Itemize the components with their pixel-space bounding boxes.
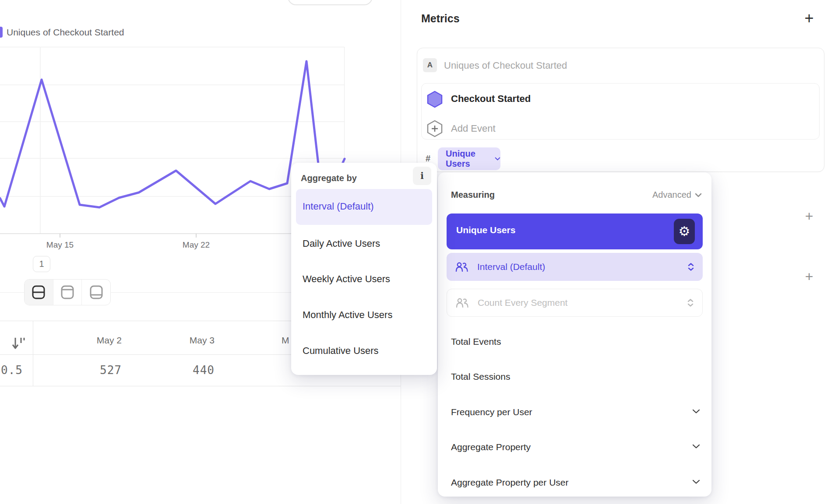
aggregate-option-daily-active-users[interactable]: Daily Active Users <box>303 237 380 250</box>
chevron-down-icon[interactable] <box>692 444 700 449</box>
page-number-badge[interactable]: 1 <box>33 256 50 272</box>
users-icon <box>456 298 469 308</box>
aggregate-option-interval[interactable]: Interval (Default) <box>296 189 432 225</box>
interval-selector-label: Interval (Default) <box>477 262 679 272</box>
measurement-chip[interactable]: Unique Users <box>438 147 500 170</box>
users-icon <box>455 262 468 272</box>
split-rows-icon <box>31 285 46 300</box>
bottom-bar-icon <box>89 285 104 300</box>
segment-count-selector[interactable]: Count Every Segment <box>447 289 703 317</box>
aggregate-by-popup: Aggregate by i Interval (Default) Daily … <box>291 163 437 375</box>
aggregate-option-weekly-active-users[interactable]: Weekly Active Users <box>303 273 390 286</box>
table-header-may3[interactable]: May 3 <box>144 335 215 346</box>
interval-selector[interactable]: Interval (Default) <box>447 253 703 281</box>
layout-split-rows-button[interactable] <box>25 280 53 305</box>
legend-label: Uniques of Checkout Started <box>7 27 124 38</box>
table-cell-may2: 527 <box>52 364 122 377</box>
aggregate-option-monthly-active-users[interactable]: Monthly Active Users <box>303 308 392 322</box>
measure-option-frequency-per-user[interactable]: Frequency per User <box>451 406 532 419</box>
measuring-popup: Measuring Advanced Unique Users ⚙ Interv… <box>438 172 711 497</box>
layout-segmented-control <box>24 279 111 305</box>
aggregate-option-label: Interval (Default) <box>303 201 374 212</box>
measure-option-label: Unique Users <box>456 225 515 235</box>
metric-row-badge: A <box>423 58 437 72</box>
measure-option-aggregate-property-per-user[interactable]: Aggregate Property per User <box>451 476 568 489</box>
unfold-icon <box>687 299 694 307</box>
measure-option-total-events[interactable]: Total Events <box>451 335 501 348</box>
gear-icon: ⚙ <box>679 225 690 238</box>
measure-option-unique-users[interactable]: Unique Users ⚙ <box>447 214 703 249</box>
info-button[interactable]: i <box>413 167 431 185</box>
add-event-button[interactable]: Add Event <box>451 123 496 134</box>
aggregate-popup-title: Aggregate by <box>301 173 357 183</box>
x-axis-label-may22: May 22 <box>176 240 216 250</box>
add-breakdown-button[interactable]: + <box>800 268 818 285</box>
layout-top-bar-button[interactable] <box>53 280 82 305</box>
measurement-chip-label: Unique Users <box>446 149 491 169</box>
toolbar-pill-button[interactable] <box>288 0 373 5</box>
info-icon: i <box>420 171 424 181</box>
x-axis-label-may15: May 15 <box>40 240 80 250</box>
advanced-mode-toggle[interactable]: Advanced <box>652 190 702 200</box>
table-cell-may3: 440 <box>144 364 215 377</box>
chevron-down-icon <box>495 157 500 161</box>
table-row-label: 0.5 <box>1 364 27 377</box>
add-event-hexagon-icon <box>427 120 443 137</box>
chevron-down-icon[interactable] <box>692 480 700 484</box>
unfold-icon <box>688 263 694 271</box>
chevron-down-icon[interactable] <box>692 409 700 414</box>
sort-descending-icon[interactable] <box>11 336 26 351</box>
aggregate-option-cumulative-users[interactable]: Cumulative Users <box>303 344 379 357</box>
metrics-panel-title: Metrics <box>421 12 460 25</box>
number-type-symbol: # <box>426 154 430 164</box>
event-hexagon-icon <box>427 91 443 108</box>
measuring-popup-title: Measuring <box>451 190 495 200</box>
metric-series-name[interactable]: Uniques of Checkout Started <box>444 60 567 71</box>
segment-count-label: Count Every Segment <box>478 298 679 308</box>
top-bar-icon <box>60 285 75 300</box>
measure-settings-button[interactable]: ⚙ <box>674 219 695 244</box>
measure-option-aggregate-property[interactable]: Aggregate Property <box>451 441 531 454</box>
layout-bottom-bar-button[interactable] <box>82 280 110 305</box>
table-header-may2[interactable]: May 2 <box>52 335 122 346</box>
table-border <box>0 386 401 386</box>
add-filter-button[interactable]: + <box>800 207 818 225</box>
legend-swatch <box>0 27 3 38</box>
advanced-label: Advanced <box>652 190 691 200</box>
chevron-down-icon <box>695 193 702 197</box>
table-column-divider <box>33 321 33 386</box>
event-name[interactable]: Checkout Started <box>451 93 531 105</box>
add-metric-button[interactable]: + <box>800 10 818 27</box>
measure-option-total-sessions[interactable]: Total Sessions <box>451 370 510 383</box>
app-canvas: Uniques of Checkout Started May 15 May 2… <box>0 0 831 504</box>
